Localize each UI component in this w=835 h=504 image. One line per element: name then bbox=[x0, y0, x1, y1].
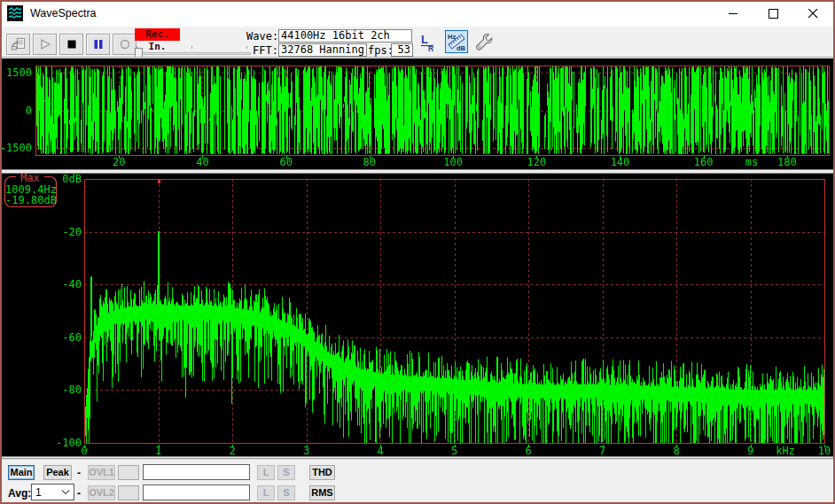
ovl2-save-button[interactable]: S bbox=[277, 485, 295, 500]
record-button[interactable] bbox=[113, 34, 137, 55]
lr-channel-icon: L R bbox=[418, 32, 437, 51]
bottombar: Main Peak - OVL1 L S THD Avg: 1 - OVL2 L… bbox=[0, 459, 835, 504]
stop-button[interactable] bbox=[59, 34, 83, 55]
avg-value: 1 bbox=[32, 486, 59, 499]
ovl2-button[interactable]: OVL2 bbox=[88, 485, 115, 500]
stop-icon bbox=[66, 38, 78, 50]
ovl2-color-button[interactable] bbox=[118, 485, 139, 500]
play-icon bbox=[39, 38, 51, 50]
ovl1-button[interactable]: OVL1 bbox=[88, 465, 115, 480]
main-tab-button[interactable]: Main bbox=[8, 465, 35, 480]
fps-label: fps: bbox=[368, 44, 391, 58]
close-button[interactable] bbox=[793, 0, 833, 27]
rms-button[interactable]: RMS bbox=[309, 485, 335, 500]
dash-label-2: - bbox=[77, 487, 81, 500]
maximize-button[interactable] bbox=[753, 0, 793, 27]
fft-label: FFT: bbox=[246, 44, 278, 58]
avg-dropdown[interactable]: 1 bbox=[31, 484, 74, 500]
fps-field: 53 bbox=[391, 43, 413, 57]
app-icon bbox=[7, 5, 23, 21]
wave-label: Wave: bbox=[246, 30, 278, 43]
wave-info-field: 44100Hz 16bit 2ch bbox=[278, 29, 412, 43]
waveform-display bbox=[0, 58, 835, 169]
wavespectra-window: WaveSpectra bbox=[0, 0, 835, 504]
ovl1-color-button[interactable] bbox=[118, 465, 139, 480]
fft-info-field: 32768 Hanning bbox=[278, 43, 367, 57]
pause-icon bbox=[92, 38, 105, 50]
ovl1-load-button[interactable]: L bbox=[257, 465, 275, 480]
peak-button[interactable]: Peak bbox=[43, 465, 72, 480]
record-icon bbox=[119, 38, 131, 50]
ovl1-file-input[interactable] bbox=[143, 464, 250, 480]
slider-groove bbox=[135, 52, 251, 55]
svg-text:Hz: Hz bbox=[448, 33, 456, 41]
chevron-down-icon bbox=[59, 489, 72, 496]
avg-label: Avg: bbox=[8, 487, 31, 500]
wrench-settings-icon bbox=[473, 32, 493, 51]
svg-text:L: L bbox=[421, 33, 428, 46]
hz-db-scale-icon: Hz dB bbox=[447, 32, 466, 51]
thd-button[interactable]: THD bbox=[309, 465, 335, 480]
hz-db-scale-button[interactable]: Hz dB bbox=[445, 30, 468, 53]
spectrum-display bbox=[0, 174, 835, 456]
titlebar: WaveSpectra bbox=[0, 0, 835, 27]
input-level-slider[interactable] bbox=[135, 46, 251, 57]
open-file-button[interactable] bbox=[6, 34, 30, 55]
pause-button[interactable] bbox=[86, 34, 110, 55]
ovl2-file-input[interactable] bbox=[143, 485, 250, 500]
close-icon bbox=[808, 9, 818, 19]
dash-label-1: - bbox=[77, 467, 81, 479]
open-file-icon bbox=[11, 37, 26, 51]
minimize-button[interactable] bbox=[714, 0, 753, 27]
minimize-icon bbox=[729, 9, 738, 19]
window-title: WaveSpectra bbox=[30, 7, 97, 19]
rec-in-indicator: Rec. In. bbox=[135, 28, 180, 41]
svg-text:dB: dB bbox=[457, 44, 466, 51]
settings-button[interactable] bbox=[472, 30, 495, 53]
play-button[interactable] bbox=[33, 34, 57, 55]
svg-text:R: R bbox=[428, 44, 433, 52]
maximize-icon bbox=[769, 9, 778, 19]
toolbar: Rec. In. Wave: 44100Hz 16bit 2ch FFT: 32… bbox=[0, 27, 835, 57]
lr-channel-button[interactable]: L R bbox=[416, 30, 439, 53]
ovl1-save-button[interactable]: S bbox=[277, 465, 295, 480]
ovl2-load-button[interactable]: L bbox=[257, 485, 275, 500]
